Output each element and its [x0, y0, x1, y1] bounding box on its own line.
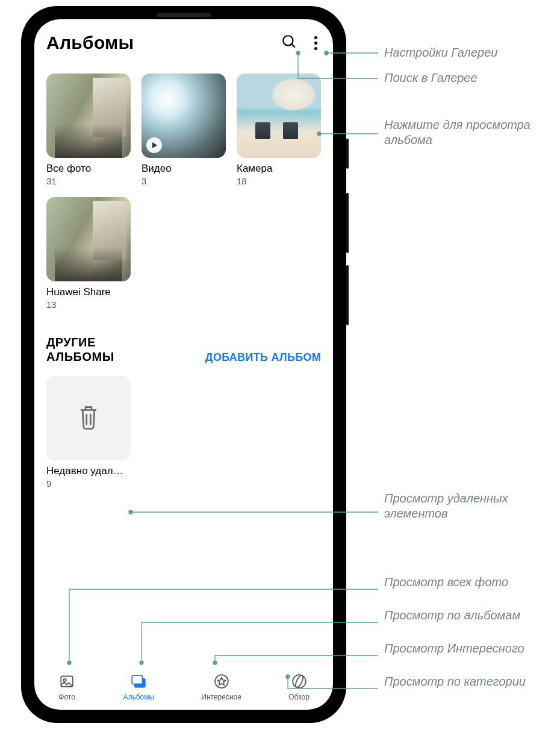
album-count: 18	[237, 176, 321, 186]
albums-icon	[129, 672, 148, 690]
more-icon[interactable]	[310, 36, 321, 50]
other-album-grid: Недавно удал… 9	[46, 376, 321, 489]
svg-rect-7	[132, 675, 142, 684]
trash-icon	[76, 403, 101, 433]
header: Альбомы	[34, 19, 333, 59]
svg-point-0	[283, 36, 293, 45]
album-thumbnail	[46, 74, 131, 158]
svg-line-1	[291, 44, 294, 47]
nav-label: Обзор	[288, 693, 310, 701]
callout-by-albums: Просмотр по альбомам	[384, 608, 541, 623]
album-recently-deleted[interactable]: Недавно удал… 9	[46, 376, 131, 489]
svg-point-5	[64, 679, 66, 681]
nav-label: Альбомы	[123, 693, 154, 701]
content: Все фото 31 Видео 3 Камера 18	[34, 59, 333, 668]
trash-thumbnail	[46, 376, 131, 460]
nav-discover[interactable]: Обзор	[288, 672, 310, 701]
discover-icon	[290, 672, 308, 690]
nav-albums[interactable]: Альбомы	[123, 672, 154, 701]
nav-label: Фото	[58, 693, 75, 701]
bottom-nav: Фото Альбомы Интересное Обзор	[34, 668, 333, 710]
header-actions	[281, 34, 321, 52]
callout-view-album: Нажмите для просмотра альбома	[384, 117, 541, 148]
album-huawei-share[interactable]: Huawei Share 13	[46, 197, 131, 310]
callout-search: Поиск в Галерее	[384, 70, 478, 86]
album-thumbnail	[142, 74, 226, 158]
album-all-photos[interactable]: Все фото 31	[46, 74, 131, 186]
album-thumbnail	[46, 197, 131, 281]
callout-all-photos: Просмотр всех фото	[384, 575, 541, 590]
album-videos[interactable]: Видео 3	[142, 74, 226, 186]
section-other-albums: ДРУГИЕ АЛЬБОМЫ ДОБАВИТЬ АЛЬБОМ	[46, 335, 321, 364]
album-thumbnail	[237, 74, 321, 158]
album-name: Huawei Share	[46, 286, 131, 298]
album-name: Видео	[142, 163, 226, 175]
side-button	[346, 265, 349, 325]
callout-by-category: Просмотр по категории	[384, 674, 541, 689]
phone-speaker	[157, 13, 211, 17]
add-album-button[interactable]: ДОБАВИТЬ АЛЬБОМ	[205, 351, 321, 364]
page-title: Альбомы	[46, 33, 281, 53]
album-count: 3	[142, 176, 226, 186]
callout-settings: Настройки Галереи	[384, 45, 497, 60]
album-name: Недавно удал…	[46, 465, 131, 477]
album-count: 9	[46, 478, 131, 489]
nav-label: Интересное	[201, 693, 241, 701]
side-button	[346, 193, 349, 253]
album-grid: Все фото 31 Видео 3 Камера 18	[46, 74, 321, 310]
album-name: Камера	[237, 163, 321, 175]
side-button	[346, 139, 349, 169]
star-icon	[213, 672, 231, 690]
album-count: 13	[46, 299, 131, 310]
search-icon[interactable]	[281, 34, 297, 52]
album-name: Все фото	[46, 163, 131, 175]
callout-highlights: Просмотр Интересного	[384, 641, 541, 656]
section-title: ДРУГИЕ АЛЬБОМЫ	[46, 335, 149, 364]
phone-frame: Альбомы Все фото 31	[21, 6, 346, 723]
play-icon	[146, 137, 162, 153]
callout-deleted: Просмотр удаленных элементов	[384, 491, 541, 521]
nav-highlights[interactable]: Интересное	[201, 672, 241, 701]
album-camera[interactable]: Камера 18	[237, 74, 321, 186]
screen: Альбомы Все фото 31	[34, 19, 333, 710]
nav-photos[interactable]: Фото	[58, 672, 76, 701]
photos-icon	[58, 672, 76, 690]
album-count: 31	[46, 176, 131, 186]
